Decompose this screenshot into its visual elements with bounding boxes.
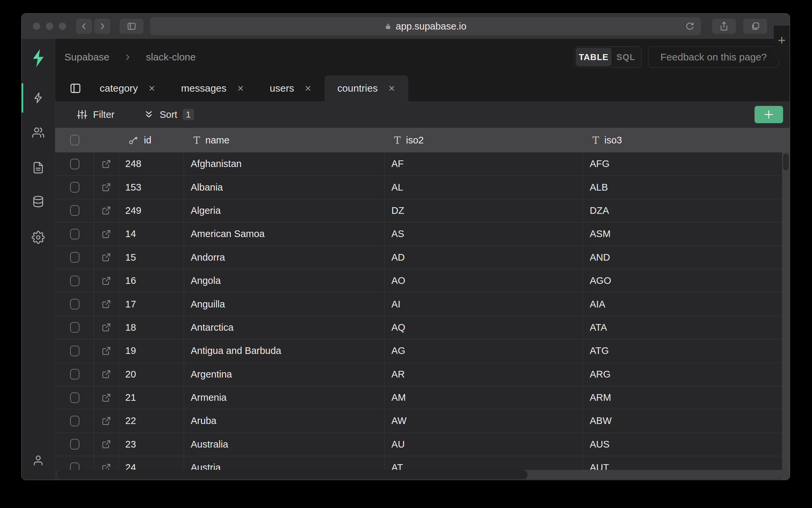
cell-id[interactable]: 153 [119,176,184,199]
row-checkbox[interactable] [70,159,79,169]
sidebar-item-table-editor[interactable] [22,91,55,104]
column-header-iso3[interactable]: T iso3 [583,128,783,153]
cell-iso2[interactable]: AG [385,339,583,362]
cell-name[interactable]: Algeria [184,199,385,222]
tab-overview-button[interactable] [743,18,767,34]
column-header-iso2[interactable]: T iso2 [385,128,583,153]
external-link-icon[interactable] [102,159,111,169]
cell-id[interactable]: 19 [119,339,184,362]
external-link-icon[interactable] [102,299,111,309]
refresh-button[interactable] [682,18,697,34]
table-row[interactable]: 19 Antigua and Barbuda AG ATG [55,339,783,363]
forward-button[interactable] [94,18,110,34]
cell-name[interactable]: Andorra [184,246,385,269]
add-row-button[interactable] [755,106,783,123]
close-icon[interactable] [148,84,156,92]
cell-name[interactable]: Angola [184,269,385,292]
external-link-icon[interactable] [102,323,111,332]
sidebar-item-account[interactable] [22,454,55,466]
sort-button[interactable]: Sort 1 [144,109,194,120]
row-checkbox[interactable] [70,229,79,240]
external-link-icon[interactable] [102,206,111,215]
cell-iso2[interactable]: DZ [385,199,583,222]
cell-id[interactable]: 22 [119,409,184,432]
cell-iso3[interactable]: ABW [583,409,783,432]
cell-iso2[interactable]: AL [385,176,583,199]
horizontal-scrollbar-thumb[interactable] [56,470,528,479]
cell-iso3[interactable]: AGO [583,269,783,292]
cell-id[interactable]: 23 [119,433,184,456]
cell-iso3[interactable]: ATA [583,316,783,339]
breadcrumb-page[interactable]: slack-clone [146,51,196,63]
cell-name[interactable]: Antigua and Barbuda [184,339,385,362]
cell-name[interactable]: Afghanistan [184,153,385,175]
cell-iso3[interactable]: ASM [583,222,783,245]
select-all-checkbox[interactable] [70,135,79,145]
cell-name[interactable]: Australia [184,433,385,456]
table-row[interactable]: 22 Aruba AW ABW [55,409,783,433]
row-checkbox[interactable] [70,299,79,309]
external-link-icon[interactable] [102,229,111,239]
table-row[interactable]: 23 Australia AU AUS [55,433,783,456]
tab-users[interactable]: users [257,75,325,101]
cell-id[interactable]: 248 [119,153,184,175]
external-link-icon[interactable] [102,276,111,286]
sidebar-item-settings[interactable] [22,231,55,244]
cell-iso2[interactable]: AR [385,363,583,386]
external-link-icon[interactable] [102,182,111,192]
cell-name[interactable]: Albania [184,176,385,199]
vertical-scrollbar-thumb[interactable] [783,154,789,170]
table-row[interactable]: 15 Andorra AD AND [55,246,783,269]
share-button[interactable] [712,18,736,34]
row-checkbox[interactable] [70,439,79,450]
table-row[interactable]: 14 American Samoa AS ASM [55,222,783,246]
cell-id[interactable]: 21 [119,386,184,409]
external-link-icon[interactable] [102,252,111,262]
table-row[interactable]: 20 Argentina AR ARG [55,363,783,386]
sql-view-button[interactable]: SQL [612,48,640,67]
external-link-icon[interactable] [102,346,111,356]
table-view-button[interactable]: TABLE [576,48,612,67]
cell-id[interactable]: 20 [119,363,184,386]
table-row[interactable]: 18 Antarctica AQ ATA [55,316,783,339]
cell-iso2[interactable]: AW [385,409,583,432]
cell-name[interactable]: Armenia [184,386,385,409]
panel-toggle-button[interactable] [64,75,87,101]
cell-id[interactable]: 249 [119,199,184,222]
address-bar[interactable]: app.supabase.io [150,17,701,35]
browser-sidebar-toggle-button[interactable] [120,18,144,34]
row-checkbox[interactable] [70,416,79,426]
cell-iso2[interactable]: AQ [385,316,583,339]
cell-iso2[interactable]: AF [385,153,583,175]
sidebar-item-database[interactable] [22,195,55,208]
cell-iso3[interactable]: ARG [583,363,783,386]
row-checkbox[interactable] [70,392,79,403]
back-button[interactable] [76,18,92,34]
table-row[interactable]: 17 Anguilla AI AIA [55,293,783,316]
cell-iso3[interactable]: AIA [583,293,783,315]
table-row[interactable]: 248 Afghanistan AF AFG [55,153,783,176]
cell-name[interactable]: Anguilla [184,293,385,315]
cell-name[interactable]: Aruba [184,409,385,432]
row-checkbox[interactable] [70,205,79,216]
cell-id[interactable]: 14 [119,222,184,245]
zoom-window-button[interactable] [59,23,66,30]
cell-iso3[interactable]: AND [583,246,783,269]
table-row[interactable]: 21 Armenia AM ARM [55,386,783,409]
row-checkbox[interactable] [70,346,79,356]
tab-category[interactable]: category [87,75,168,101]
column-header-name[interactable]: T name [184,128,385,153]
cell-iso2[interactable]: AM [385,386,583,409]
cell-name[interactable]: Antarctica [184,316,385,339]
table-row[interactable]: 153 Albania AL ALB [55,176,783,199]
cell-iso3[interactable]: ALB [583,176,783,199]
external-link-icon[interactable] [102,393,111,403]
table-row[interactable]: 16 Angola AO AGO [55,269,783,293]
tab-countries[interactable]: countries [325,75,408,101]
cell-iso3[interactable]: AUS [583,433,783,456]
cell-iso2[interactable]: AO [385,269,583,292]
close-window-button[interactable] [33,23,40,30]
external-link-icon[interactable] [102,416,111,426]
feedback-button[interactable]: Feedback on this page? [648,46,779,68]
cell-id[interactable]: 16 [119,269,184,292]
